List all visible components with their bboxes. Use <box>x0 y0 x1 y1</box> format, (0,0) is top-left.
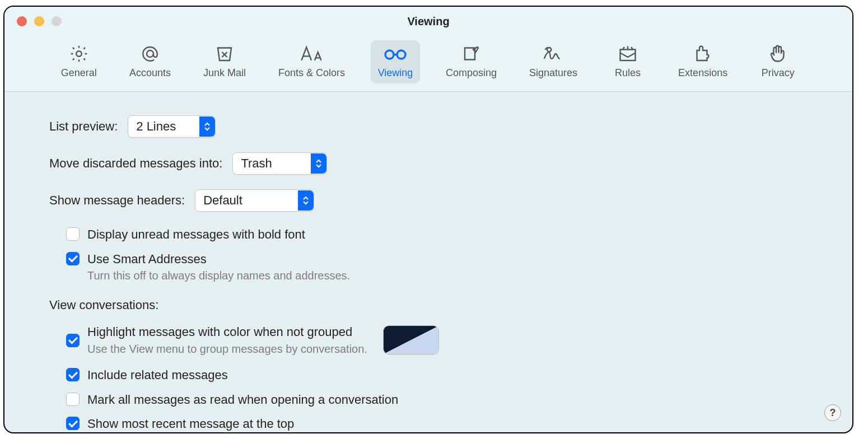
tab-label: Privacy <box>762 67 795 79</box>
list-preview-select[interactable]: 2 Lines <box>128 115 216 138</box>
tab-signatures[interactable]: Signatures <box>522 40 584 83</box>
highlight-checkbox[interactable] <box>66 334 80 347</box>
content-panel: List preview: 2 Lines Move discarded mes… <box>4 92 852 432</box>
mark-read-row: Mark all messages as read when opening a… <box>66 391 852 408</box>
smart-addresses-row: Use Smart Addresses Turn this off to alw… <box>66 251 852 283</box>
list-preview-row: List preview: 2 Lines <box>49 115 852 138</box>
highlight-color-swatch[interactable] <box>383 325 439 354</box>
discard-select[interactable]: Trash <box>232 152 326 175</box>
view-conversations-label: View conversations: <box>49 298 852 312</box>
zoom-window-button[interactable] <box>52 16 62 26</box>
tab-rules[interactable]: Rules <box>603 40 652 83</box>
signature-icon <box>541 44 566 64</box>
tab-viewing[interactable]: Viewing <box>371 40 420 83</box>
svg-point-2 <box>385 50 394 59</box>
discard-row: Move discarded messages into: Trash <box>49 152 852 175</box>
most-recent-top-label: Show most recent message at the top <box>87 416 294 432</box>
tab-label: Composing <box>446 67 497 79</box>
list-preview-label: List preview: <box>49 119 118 134</box>
preferences-window: Viewing General Accounts Junk Mail Fonts… <box>3 6 853 433</box>
rules-icon <box>618 44 638 64</box>
tab-composing[interactable]: Composing <box>439 40 503 83</box>
glasses-icon <box>382 44 409 64</box>
compose-icon <box>461 44 482 64</box>
mark-read-label: Mark all messages as read when opening a… <box>87 391 398 408</box>
at-icon <box>140 44 160 64</box>
titlebar: Viewing <box>4 7 852 36</box>
list-preview-value: 2 Lines <box>128 116 184 137</box>
svg-point-0 <box>76 51 82 57</box>
chevron-up-down-icon <box>311 153 326 174</box>
most-recent-top-row: Show most recent message at the top <box>66 416 852 432</box>
discard-label: Move discarded messages into: <box>49 156 222 171</box>
smart-addresses-help: Turn this off to always display names an… <box>87 269 350 282</box>
include-related-label: Include related messages <box>87 367 228 384</box>
discard-value: Trash <box>233 153 279 174</box>
tab-label: Extensions <box>678 67 727 79</box>
tab-label: General <box>61 67 97 79</box>
svg-point-4 <box>547 48 551 52</box>
puzzle-icon <box>693 44 713 64</box>
toolbar: General Accounts Junk Mail Fonts & Color… <box>4 36 852 92</box>
font-icon <box>299 44 324 64</box>
display-bold-row: Display unread messages with bold font <box>66 226 852 243</box>
tab-label: Fonts & Colors <box>278 67 345 79</box>
headers-select[interactable]: Default <box>195 189 314 212</box>
gear-icon <box>69 44 89 64</box>
include-related-checkbox[interactable] <box>66 368 80 381</box>
traffic-lights <box>4 16 62 26</box>
hand-icon <box>768 44 788 64</box>
display-bold-checkbox[interactable] <box>66 227 80 241</box>
smart-addresses-checkbox[interactable] <box>66 252 80 265</box>
svg-point-3 <box>397 50 405 59</box>
tab-accounts[interactable]: Accounts <box>123 40 178 83</box>
headers-label: Show message headers: <box>49 193 185 208</box>
highlight-help: Use the View menu to group messages by c… <box>87 343 367 356</box>
mark-read-checkbox[interactable] <box>66 393 80 406</box>
display-bold-label: Display unread messages with bold font <box>87 226 305 243</box>
most-recent-top-checkbox[interactable] <box>66 417 80 430</box>
help-button[interactable]: ? <box>824 404 841 421</box>
close-window-button[interactable] <box>17 16 27 26</box>
chevron-up-down-icon <box>199 116 215 137</box>
svg-rect-5 <box>620 50 636 61</box>
tab-label: Signatures <box>529 67 577 79</box>
smart-addresses-label: Use Smart Addresses <box>87 251 350 268</box>
trash-icon <box>214 44 235 64</box>
tab-privacy[interactable]: Privacy <box>753 40 802 83</box>
tab-label: Viewing <box>378 67 413 79</box>
tab-label: Junk Mail <box>203 67 246 79</box>
highlight-row: Highlight messages with color when not g… <box>66 324 852 356</box>
headers-value: Default <box>195 190 250 211</box>
headers-row: Show message headers: Default <box>49 189 852 212</box>
svg-point-1 <box>147 50 153 57</box>
include-related-row: Include related messages <box>66 367 852 384</box>
tab-label: Accounts <box>129 67 171 79</box>
tab-junk-mail[interactable]: Junk Mail <box>197 40 253 83</box>
minimize-window-button[interactable] <box>34 16 44 26</box>
tab-label: Rules <box>615 67 641 79</box>
tab-fonts-colors[interactable]: Fonts & Colors <box>272 40 352 83</box>
window-title: Viewing <box>407 15 449 28</box>
highlight-label: Highlight messages with color when not g… <box>87 324 367 340</box>
tab-extensions[interactable]: Extensions <box>671 40 734 83</box>
tab-general[interactable]: General <box>54 40 104 83</box>
chevron-up-down-icon <box>298 190 314 211</box>
